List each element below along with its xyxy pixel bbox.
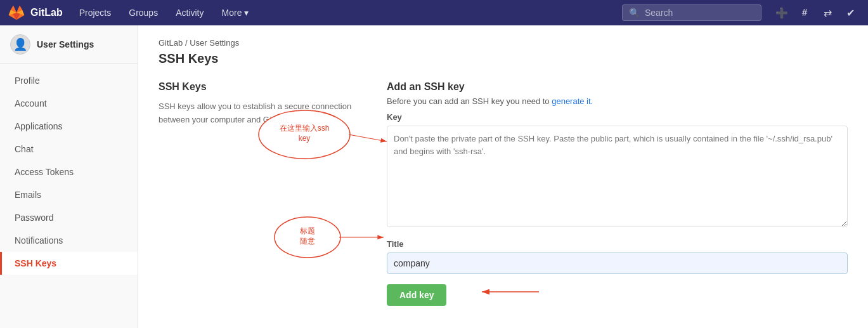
sidebar-item-ssh-keys[interactable]: SSH Keys bbox=[0, 252, 138, 275]
page-layout: 👤 User Settings Profile Account Applicat… bbox=[0, 25, 868, 328]
key-textarea[interactable] bbox=[387, 126, 848, 227]
sidebar-item-notifications[interactable]: Notifications bbox=[0, 229, 138, 252]
add-key-button[interactable]: Add key bbox=[387, 284, 446, 306]
key-label: Key bbox=[387, 112, 848, 122]
gitlab-logo-icon bbox=[8, 4, 25, 22]
title-input[interactable] bbox=[387, 253, 848, 274]
nav-icons: ➕ ＃ ⇄ ✔ bbox=[772, 3, 860, 23]
before-text: Before you can add an SSH key you need t… bbox=[387, 96, 550, 106]
content-grid: SSH Keys SSH keys allow you to establish… bbox=[159, 81, 848, 306]
merge-requests-icon[interactable]: ⇄ bbox=[817, 3, 838, 23]
svg-point-12 bbox=[275, 217, 340, 258]
sidebar-item-account[interactable]: Account bbox=[0, 92, 138, 115]
sidebar-item-password[interactable]: Password bbox=[0, 206, 138, 229]
top-nav: GitLab Projects Groups Activity More ▾ 🔍… bbox=[0, 0, 868, 25]
avatar: 👤 bbox=[10, 34, 30, 55]
form-heading: Add an SSH key bbox=[387, 81, 848, 93]
description-text: SSH keys allow you to establish a secure… bbox=[159, 100, 361, 127]
sidebar: 👤 User Settings Profile Account Applicat… bbox=[0, 25, 138, 328]
issues-icon[interactable]: ＃ bbox=[794, 3, 815, 23]
search-input[interactable] bbox=[645, 8, 753, 18]
gitlab-logo[interactable]: GitLab bbox=[8, 4, 63, 22]
sidebar-header: 👤 User Settings bbox=[0, 25, 138, 64]
title-label: Title bbox=[387, 239, 848, 249]
nav-more[interactable]: More ▾ bbox=[216, 0, 256, 25]
gitlab-logo-text: GitLab bbox=[30, 7, 63, 18]
user-profile-icon[interactable]: ✔ bbox=[840, 3, 860, 23]
svg-text:key: key bbox=[299, 134, 311, 143]
page-title: SSH Keys bbox=[159, 51, 848, 66]
svg-text:随意: 随意 bbox=[300, 237, 315, 246]
sidebar-item-access-tokens[interactable]: Access Tokens bbox=[0, 161, 138, 183]
section-description: SSH Keys SSH keys allow you to establish… bbox=[159, 81, 361, 127]
svg-text:标题: 标题 bbox=[299, 226, 315, 235]
svg-line-10 bbox=[349, 134, 387, 141]
form-section: Add an SSH key Before you can add an SSH… bbox=[387, 81, 848, 306]
annotation-addkey-svg bbox=[476, 279, 552, 305]
sidebar-item-emails[interactable]: Emails bbox=[0, 183, 138, 206]
sidebar-item-chat[interactable]: Chat bbox=[0, 138, 138, 161]
breadcrumb-parent[interactable]: User Settings bbox=[190, 38, 239, 48]
nav-projects[interactable]: Projects bbox=[73, 0, 118, 25]
form-subtitle: Before you can add an SSH key you need t… bbox=[387, 96, 848, 106]
nav-activity[interactable]: Activity bbox=[169, 0, 210, 25]
nav-more-label: More bbox=[222, 8, 242, 18]
breadcrumb-root[interactable]: GitLab bbox=[159, 38, 183, 48]
description-heading: SSH Keys bbox=[159, 81, 361, 93]
generate-link[interactable]: generate it. bbox=[552, 96, 593, 106]
sidebar-nav: Profile Account Applications Chat Access… bbox=[0, 64, 138, 280]
sidebar-item-profile[interactable]: Profile bbox=[0, 69, 138, 92]
add-button[interactable]: ➕ bbox=[772, 3, 792, 23]
search-icon: 🔍 bbox=[629, 8, 640, 18]
main-content: GitLab / User Settings SSH Keys SSH Keys… bbox=[138, 25, 868, 328]
avatar-icon: 👤 bbox=[13, 37, 27, 51]
annotation-title-svg: 标题 随意 bbox=[269, 212, 396, 263]
sidebar-item-applications[interactable]: Applications bbox=[0, 115, 138, 138]
search-box: 🔍 bbox=[622, 4, 761, 21]
chevron-down-icon: ▾ bbox=[244, 8, 249, 18]
sidebar-title: User Settings bbox=[37, 39, 94, 49]
nav-groups[interactable]: Groups bbox=[122, 0, 164, 25]
breadcrumb: GitLab / User Settings bbox=[159, 38, 848, 48]
